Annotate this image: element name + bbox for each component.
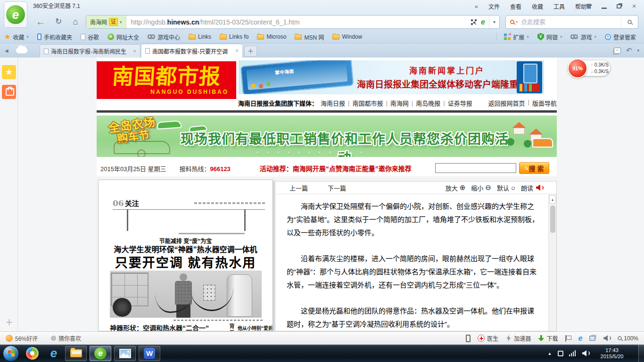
site-search-input[interactable] [435, 163, 516, 173]
windows-layout-icon[interactable] [589, 336, 595, 341]
taskbar-clock[interactable]: 17:43 2015/5/20 [595, 347, 629, 360]
recommendations-button[interactable]: 猜你喜欢 [51, 334, 81, 342]
back-button[interactable]: ← [33, 15, 48, 28]
mute-speaker-icon[interactable] [603, 335, 611, 341]
link-page-navigation[interactable]: 版面导航 [532, 99, 557, 107]
menu-file[interactable]: 文件 [488, 2, 500, 10]
new-tab-button[interactable]: ＋ [244, 46, 257, 57]
refresh-button[interactable]: ↻ [51, 15, 66, 28]
previous-article-link[interactable]: 上一篇 [289, 183, 308, 192]
reopen-closed-tab-icon[interactable]: ↶ [626, 46, 632, 55]
sidebar-shopping-button[interactable] [2, 85, 16, 99]
taskbar-wps-writer[interactable]: W [139, 346, 160, 361]
activity-promo-link[interactable]: 活动推荐：南海网开展“点赞海南正能量”邀你来推荐 [260, 164, 412, 173]
accelerator-button[interactable]: 加速器 [505, 334, 531, 342]
address-dropdown-caret[interactable]: ▾ [489, 16, 499, 28]
show-desktop-button[interactable] [638, 345, 644, 362]
scrollbar-thumb[interactable] [550, 206, 555, 233]
start-button[interactable] [3, 346, 19, 362]
taskbar-360-browser[interactable]: e [90, 346, 111, 361]
site-rating-button[interactable]: 56%好评 [6, 334, 38, 342]
cloud-sync-icon[interactable] [16, 48, 27, 53]
page-zoom-button[interactable]: 100% [618, 335, 638, 342]
doctor-button[interactable]: 医生 [478, 334, 498, 342]
sidebar-favorites-button[interactable]: ★ [2, 65, 16, 79]
memory-percent-ball[interactable]: 91% [568, 58, 587, 78]
default-size-label[interactable]: 默认 [497, 183, 509, 192]
qr-code-icon[interactable] [471, 19, 477, 25]
url-text[interactable]: http://ngdsb.hinews.cn/html/2015-03/25/c… [126, 18, 468, 26]
restore-button[interactable] [612, 1, 626, 11]
bookmark-game-center[interactable]: 游戏中心 [143, 30, 184, 43]
menu-tools[interactable]: 工具 [553, 2, 565, 10]
taskbar-file-explorer[interactable] [65, 346, 87, 361]
link-nandao-evening[interactable]: 南岛晚报 [416, 99, 440, 107]
tab-close-icon[interactable]: × [235, 48, 239, 54]
link-securities-herald[interactable]: 证券导报 [448, 99, 472, 107]
site-identity-badge[interactable]: 南海网 证 ▾ [86, 16, 126, 28]
favorites-button[interactable]: ★收藏▾ [0, 30, 33, 43]
address-bar[interactable]: 南海网 证 ▾ http://ngdsb.hinews.cn/html/2015… [86, 15, 500, 29]
tab-hainan-daily[interactable]: 海南日报数字报-海南新闻民生 × [40, 44, 140, 58]
app-ad-banner[interactable]: 掌中海南 海南新闻掌上门户 海南日报报业集团全媒体移动客户端隆重发布 [239, 60, 544, 94]
games-button[interactable]: 游戏▾ [566, 33, 601, 41]
speaker-icon[interactable] [536, 185, 543, 191]
volume-icon[interactable] [582, 350, 589, 356]
search-go-button[interactable] [621, 16, 638, 28]
bookmark-site-directory[interactable]: +网址大全 [103, 30, 143, 43]
sidebar-add-icon[interactable]: ＋ [5, 316, 13, 328]
search-engine-selector[interactable]: ▾ [510, 20, 518, 24]
browser-search-box[interactable]: ▾ [505, 15, 638, 29]
article-scrollbar[interactable]: ▲ [548, 194, 556, 331]
zoom-in-icon[interactable]: ⊕ [460, 183, 466, 192]
chevron-down-icon[interactable]: ▾ [637, 48, 639, 53]
network-icon[interactable] [569, 350, 576, 356]
ie-compat-icon[interactable]: e [578, 334, 582, 343]
bookmark-folder-microso[interactable]: Microso [253, 30, 290, 43]
site-search-button[interactable]: 搜 索 [519, 162, 549, 174]
link-hinews[interactable]: 南海网 [390, 99, 409, 107]
login-manager-button[interactable]: 登录管家 [601, 33, 640, 41]
duplicate-tab-icon[interactable]: + [614, 48, 621, 54]
link-hainan-daily[interactable]: 海南日报 [321, 99, 345, 107]
browser-logo-button[interactable]: e [4, 1, 27, 28]
menu-favorites[interactable]: 收藏 [532, 2, 543, 10]
default-size-icon[interactable]: ○ [511, 184, 515, 192]
newspaper-logo[interactable]: 南国都市报 NANGUO DUSHIBAO [97, 61, 236, 99]
skin-button[interactable] [582, 1, 596, 11]
browser-search-input[interactable] [518, 18, 621, 25]
drag-handle-icon[interactable] [496, 33, 498, 40]
menu-overflow-icon[interactable]: » [475, 3, 478, 10]
home-button[interactable]: ⌂ [68, 15, 83, 28]
next-article-link[interactable]: 下一篇 [328, 183, 346, 192]
collapse-tabs-icon[interactable]: ◀ [5, 48, 8, 53]
bookmark-google[interactable]: 谷歌 [76, 30, 103, 43]
scroll-up-button[interactable]: ▲ [549, 195, 556, 204]
bookmark-folder-msn[interactable]: MSN 网 [290, 30, 328, 43]
read-aloud-label[interactable]: 朗读 [521, 183, 533, 192]
zoom-out-icon[interactable]: ⊖ [485, 183, 491, 192]
taskbar-internet-explorer[interactable]: e [45, 346, 62, 362]
zoom-in-label[interactable]: 放大 [446, 183, 458, 192]
extensions-button[interactable]: 扩展▾ [500, 33, 533, 41]
minimize-button[interactable] [597, 1, 611, 11]
tab-nanguo-dushibao[interactable]: 南国都市报数字报-只要开空调 × [141, 44, 242, 58]
bookmark-folder-links-fo[interactable]: Links fo [215, 30, 253, 43]
ie-mode-icon[interactable]: e [481, 18, 485, 26]
tab-close-icon[interactable]: × [133, 48, 136, 55]
netbank-button[interactable]: ¥网银▾ [533, 33, 567, 41]
taskbar-photo-viewer[interactable] [114, 346, 136, 361]
link-back-home[interactable]: 返回报网首页 [488, 99, 525, 107]
link-nanguo-dushibao[interactable]: 南国都市报 [352, 99, 383, 107]
bookmark-folder-window[interactable]: Window [328, 30, 366, 43]
newspaper-page-thumbnail[interactable]: 06 关注 节能减排 变“废”为宝 海大学生发明环保“神器”热水器空调一体机 只… [98, 180, 273, 331]
download-button[interactable]: 下载 [538, 334, 558, 342]
menu-view[interactable]: 查看 [510, 2, 521, 10]
close-button[interactable]: × [627, 1, 641, 11]
bookmark-folder-links[interactable]: Links [184, 30, 215, 43]
promo-banner[interactable]: 全岛农场 购车节 现场我们有最低职工销售价和工作人员帮您杀价团购活动 [97, 115, 557, 157]
flag-icon[interactable] [565, 335, 571, 342]
bookmark-mobile-favorites[interactable]: 手机收藏夹 [33, 30, 76, 43]
mobile-icon[interactable] [466, 335, 471, 342]
hidden-icons-chevron[interactable]: ▲ [548, 351, 552, 356]
